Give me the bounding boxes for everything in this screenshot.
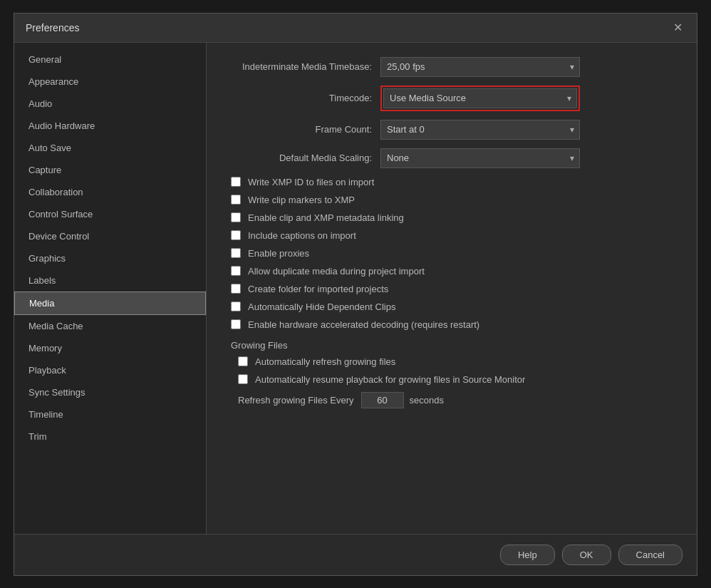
sidebar-item-control-surface[interactable]: Control Surface xyxy=(14,203,206,225)
main-panel: Indeterminate Media Timebase: 25,00 fps … xyxy=(207,43,697,534)
checkbox-hide-clips[interactable] xyxy=(231,301,241,311)
checkbox-row-6: Create folder for imported projects xyxy=(224,284,680,294)
checkbox-label-8: Enable hardware accelerated decoding (re… xyxy=(248,319,479,330)
checkbox-label-0: Write XMP ID to files on import xyxy=(248,177,374,187)
checkbox-row-8: Enable hardware accelerated decoding (re… xyxy=(224,319,680,330)
sidebar-item-audio-hardware[interactable]: Audio Hardware xyxy=(14,115,206,137)
growing-files-section: Automatically refresh growing files Auto… xyxy=(238,356,680,408)
growing-files-label-0: Automatically refresh growing files xyxy=(255,356,395,367)
checkbox-row-5: Allow duplicate media during project imp… xyxy=(224,266,680,277)
checkbox-label-6: Create folder for imported projects xyxy=(248,284,388,294)
help-button[interactable]: Help xyxy=(500,545,555,565)
sidebar-item-labels[interactable]: Labels xyxy=(14,269,206,292)
growing-files-label: Growing Files xyxy=(231,340,680,351)
checkbox-xmp-id[interactable] xyxy=(231,177,241,187)
indeterminate-label: Indeterminate Media Timebase: xyxy=(224,61,380,72)
scaling-label: Default Media Scaling: xyxy=(224,153,380,163)
dialog-title: Preferences xyxy=(26,22,79,33)
footer: Help OK Cancel xyxy=(14,534,697,575)
sidebar-item-playback[interactable]: Playback xyxy=(14,359,206,381)
frame-count-control: Start at 0 Start at 1 xyxy=(380,120,580,140)
checkbox-clip-markers[interactable] xyxy=(231,195,241,205)
timecode-inner-wrapper: Use Media Source 00:00:00:00 Drop Frame xyxy=(383,88,577,108)
checkbox-hw-decoding[interactable] xyxy=(231,319,241,329)
checkbox-captions[interactable] xyxy=(231,230,241,240)
scaling-select[interactable]: None Scale to Frame Size Set to Frame Si… xyxy=(380,148,580,168)
refresh-row: Refresh growing Files Every seconds xyxy=(238,392,680,408)
frame-count-label: Frame Count: xyxy=(224,124,380,135)
timecode-select[interactable]: Use Media Source 00:00:00:00 Drop Frame xyxy=(383,88,577,108)
checkbox-row-7: Automatically Hide Dependent Clips xyxy=(224,301,680,312)
content-area: GeneralAppearanceAudioAudio HardwareAuto… xyxy=(14,43,697,534)
growing-files-label-1: Automatically resume playback for growin… xyxy=(255,374,525,385)
cancel-button[interactable]: Cancel xyxy=(618,545,683,565)
sidebar-item-auto-save[interactable]: Auto Save xyxy=(14,137,206,159)
checkbox-row-3: Include captions on import xyxy=(224,230,680,241)
sidebar-item-capture[interactable]: Capture xyxy=(14,159,206,181)
sidebar-item-graphics[interactable]: Graphics xyxy=(14,247,206,269)
sidebar-item-media-cache[interactable]: Media Cache xyxy=(14,315,206,337)
checkbox-create-folder[interactable] xyxy=(231,284,241,294)
checkbox-row-1: Write clip markers to XMP xyxy=(224,195,680,205)
sidebar-item-memory[interactable]: Memory xyxy=(14,337,206,359)
checkbox-xmp-metadata[interactable] xyxy=(231,212,241,222)
checkbox-proxies[interactable] xyxy=(231,248,241,258)
refresh-input[interactable] xyxy=(361,392,404,408)
ok-button[interactable]: OK xyxy=(562,545,611,565)
checkbox-label-3: Include captions on import xyxy=(248,230,356,241)
checkbox-row-4: Enable proxies xyxy=(224,248,680,259)
timecode-label: Timecode: xyxy=(224,93,380,103)
indeterminate-control: 25,00 fps xyxy=(380,57,580,77)
checkbox-duplicate-media[interactable] xyxy=(231,266,241,276)
sidebar-item-sync-settings[interactable]: Sync Settings xyxy=(14,381,206,403)
checkbox-label-2: Enable clip and XMP metadata linking xyxy=(248,212,404,223)
sidebar-item-collaboration[interactable]: Collaboration xyxy=(14,181,206,203)
checkbox-label-5: Allow duplicate media during project imp… xyxy=(248,266,425,277)
checkbox-label-7: Automatically Hide Dependent Clips xyxy=(248,301,395,312)
scaling-select-wrapper: None Scale to Frame Size Set to Frame Si… xyxy=(380,148,580,168)
indeterminate-row: Indeterminate Media Timebase: 25,00 fps xyxy=(224,57,680,77)
frame-count-row: Frame Count: Start at 0 Start at 1 xyxy=(224,120,680,140)
sidebar-item-audio[interactable]: Audio xyxy=(14,93,206,115)
frame-count-select[interactable]: Start at 0 Start at 1 xyxy=(380,120,580,140)
indeterminate-select-wrapper: 25,00 fps xyxy=(380,57,580,77)
refresh-label: Refresh growing Files Every xyxy=(238,395,354,406)
growing-files-row-1: Automatically resume playback for growin… xyxy=(238,374,680,385)
checkbox-label-1: Write clip markers to XMP xyxy=(248,195,355,205)
scaling-control: None Scale to Frame Size Set to Frame Si… xyxy=(380,148,580,168)
checkbox-row-0: Write XMP ID to files on import xyxy=(224,177,680,187)
checkbox-auto-resume[interactable] xyxy=(238,374,248,384)
seconds-label: seconds xyxy=(410,395,444,406)
frame-count-select-wrapper: Start at 0 Start at 1 xyxy=(380,120,580,140)
scaling-row: Default Media Scaling: None Scale to Fra… xyxy=(224,148,680,168)
checkbox-row-2: Enable clip and XMP metadata linking xyxy=(224,212,680,223)
timecode-select-wrapper: Use Media Source 00:00:00:00 Drop Frame xyxy=(380,86,580,111)
titlebar: Preferences ✕ xyxy=(14,14,697,43)
checkbox-auto-refresh[interactable] xyxy=(238,356,248,366)
sidebar: GeneralAppearanceAudioAudio HardwareAuto… xyxy=(14,43,207,534)
preferences-dialog: Preferences ✕ GeneralAppearanceAudioAudi… xyxy=(14,13,697,576)
close-button[interactable]: ✕ xyxy=(670,21,685,35)
checkbox-label-4: Enable proxies xyxy=(248,248,309,259)
sidebar-item-device-control[interactable]: Device Control xyxy=(14,225,206,247)
timecode-row: Timecode: Use Media Source 00:00:00:00 D… xyxy=(224,86,680,111)
indeterminate-select[interactable]: 25,00 fps xyxy=(380,57,580,77)
growing-files-row-0: Automatically refresh growing files xyxy=(238,356,680,367)
sidebar-item-trim[interactable]: Trim xyxy=(14,425,206,448)
sidebar-item-general[interactable]: General xyxy=(14,48,206,71)
sidebar-item-media[interactable]: Media xyxy=(14,292,206,315)
sidebar-item-timeline[interactable]: Timeline xyxy=(14,403,206,425)
sidebar-item-appearance[interactable]: Appearance xyxy=(14,71,206,93)
